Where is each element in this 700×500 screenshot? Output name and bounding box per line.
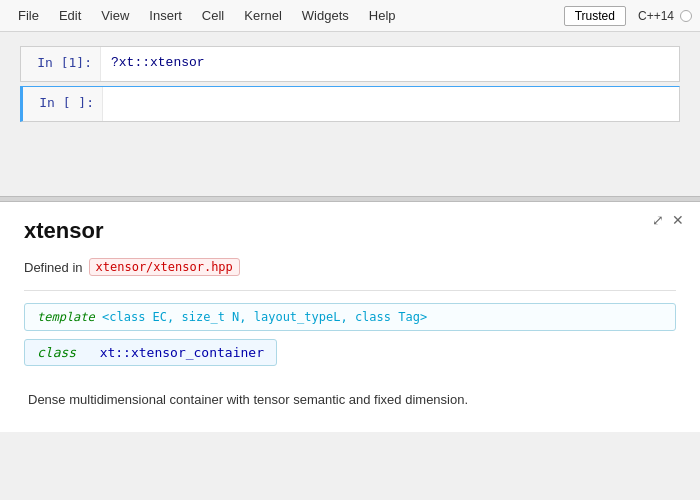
template-signature: template <class EC, size_t N, layout_typ… [24,303,676,331]
kernel-label: C++14 [638,9,674,23]
menu-cell[interactable]: Cell [192,4,234,27]
menu-file[interactable]: File [8,4,49,27]
notebook: In [1]: ?xt::xtensor In [ ]: [0,32,700,136]
menu-edit[interactable]: Edit [49,4,91,27]
menu-widgets[interactable]: Widgets [292,4,359,27]
template-params: <class EC, size_t N, layout_typeL, class… [102,310,427,324]
kernel-info: C++14 [638,9,692,23]
pager-separator [24,290,676,291]
class-description: Dense multidimensional container with te… [24,390,676,410]
cell-1-prompt: In [1]: [21,47,101,81]
menu-help[interactable]: Help [359,4,406,27]
menu-kernel[interactable]: Kernel [234,4,292,27]
class-name: xt::xtensor_container [100,345,264,360]
cell-1-input[interactable]: ?xt::xtensor [101,47,679,81]
defined-in-row: Defined in xtensor/xtensor.hpp [24,258,676,276]
cell-2-prompt: In [ ]: [23,87,103,121]
class-declaration: class xt::xtensor_container [24,339,277,366]
class-keyword: class [37,345,76,360]
cell-1: In [1]: ?xt::xtensor [20,46,680,82]
kernel-status-icon [680,10,692,22]
pager-title: xtensor [24,218,676,244]
pager-close-button[interactable]: ✕ [672,212,684,228]
template-keyword: template [37,310,95,324]
menu-insert[interactable]: Insert [139,4,192,27]
defined-in-label: Defined in [24,260,83,275]
pager-controls: ⤢ ✕ [652,212,684,228]
cell-2: In [ ]: [20,86,680,122]
menu-view[interactable]: View [91,4,139,27]
cell-2-input[interactable] [103,87,679,121]
trusted-button[interactable]: Trusted [564,6,626,26]
menubar: File Edit View Insert Cell Kernel Widget… [0,0,700,32]
pager-expand-button[interactable]: ⤢ [652,212,664,228]
pager: ⤢ ✕ xtensor Defined in xtensor/xtensor.h… [0,202,700,432]
defined-in-path[interactable]: xtensor/xtensor.hpp [89,258,240,276]
